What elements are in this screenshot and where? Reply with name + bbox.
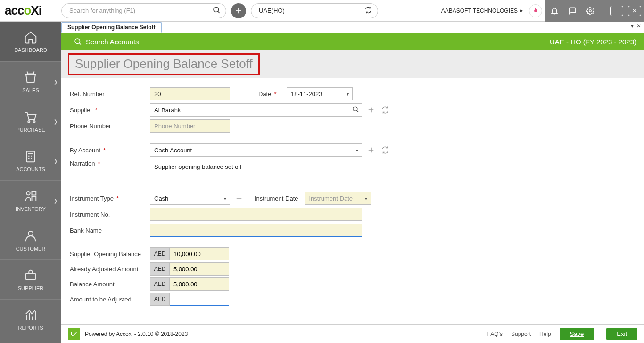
label-instrument-date: Instrument Date (255, 195, 298, 202)
add-instrument-type-button[interactable] (234, 193, 244, 203)
powered-by-text: Powered by Accoxi - 2.0.10 © 2018-2023 (85, 331, 188, 337)
sidebar: DASHBOARD SALES ❯ PURCHASE ❯ ACCOUNTS ❯ … (0, 22, 61, 343)
phone-input[interactable] (150, 119, 230, 133)
nav-accounts[interactable]: ACCOUNTS ❯ (0, 141, 61, 180)
label-date: Date* (258, 91, 287, 98)
ref-number-input[interactable] (150, 87, 230, 100)
svg-point-6 (33, 121, 35, 123)
svg-line-23 (79, 43, 81, 44)
search-icon[interactable] (352, 106, 359, 115)
top-right-cluster: AABASOFT TECHNOLOGIES ▸ (441, 0, 644, 22)
main-content: Search Accounts UAE - HO (FY 2023 - 2023… (61, 33, 644, 343)
minimize-window-button[interactable]: – (610, 6, 623, 16)
supplier-input[interactable] (150, 103, 362, 117)
nav-label: PURCHASE (16, 127, 45, 133)
page-title-highlight: Supplier Opening Balance Setoff (68, 53, 260, 75)
label-narration: Narration* (70, 160, 150, 167)
amount-to-be-adjusted-input[interactable] (170, 293, 229, 306)
nav-label: CUSTOMER (16, 246, 46, 251)
tab-menu-caret-icon[interactable]: ▾ (631, 23, 634, 29)
company-selector[interactable]: UAE(HO) (251, 3, 378, 18)
svg-point-5 (28, 121, 30, 123)
svg-point-16 (28, 231, 33, 236)
narration-textarea[interactable] (150, 160, 362, 187)
svg-rect-17 (26, 273, 35, 280)
brand-mark-icon (68, 328, 80, 340)
label-bank-name: Bank Name (70, 227, 150, 234)
close-window-button[interactable]: ✕ (628, 6, 641, 16)
nav-reports[interactable]: REPORTS (0, 299, 61, 339)
nav-label: ACCOUNTS (16, 167, 45, 172)
global-search-wrapper (61, 3, 226, 18)
already-adjusted-value (170, 262, 229, 276)
currency-code: AED (150, 293, 170, 306)
label-supplier: Supplier* (70, 107, 150, 114)
instrument-date-input[interactable] (305, 192, 371, 205)
settings-button[interactable] (584, 4, 597, 17)
refresh-supplier-button[interactable] (380, 105, 390, 115)
currency-code: AED (150, 277, 170, 291)
search-accounts-button[interactable]: Search Accounts (74, 37, 139, 46)
chevron-right-icon: ❯ (54, 198, 58, 203)
nav-purchase[interactable]: PURCHASE ❯ (0, 101, 61, 141)
label-by-account: By Account* (70, 147, 150, 154)
quick-add-button[interactable] (231, 3, 246, 18)
chat-button[interactable] (566, 4, 579, 17)
add-supplier-button[interactable] (366, 105, 376, 115)
page-title: Supplier Opening Balance Setoff (75, 57, 253, 71)
add-account-button[interactable] (366, 145, 376, 155)
context-bar: Search Accounts UAE - HO (FY 2023 - 2023… (61, 33, 644, 50)
footer-help-link[interactable]: Help (539, 331, 551, 337)
footer-support-link[interactable]: Support (511, 331, 531, 337)
svg-line-25 (357, 111, 358, 112)
currency-code: AED (150, 262, 170, 276)
instrument-type-select[interactable] (150, 192, 230, 205)
label-balance-amount: Balance Amount (70, 281, 150, 288)
tab-supplier-opening-balance-setoff[interactable]: Supplier Opening Balance Setoff (61, 22, 162, 33)
label-already-adjusted: Already Adjusted Amount (70, 266, 150, 273)
refresh-account-button[interactable] (380, 145, 390, 155)
search-accounts-label: Search Accounts (86, 38, 139, 46)
app-logo: accoXi (0, 0, 61, 22)
fiscal-context: UAE - HO (FY 2023 - 2023) (550, 38, 636, 46)
chevron-right-icon: ❯ (54, 79, 58, 84)
by-account-select[interactable] (150, 143, 362, 157)
tab-strip: Supplier Opening Balance Setoff ▾ ✕ (0, 22, 644, 33)
whats-new-button[interactable] (529, 4, 542, 17)
footer: Powered by Accoxi - 2.0.10 © 2018-2023 F… (61, 324, 644, 343)
svg-point-22 (75, 39, 80, 44)
svg-rect-15 (32, 192, 36, 195)
tab-close-icon[interactable]: ✕ (636, 23, 641, 29)
company-name: UAE(HO) (259, 7, 285, 14)
org-caret-icon[interactable]: ▸ (520, 8, 526, 14)
tab-title: Supplier Opening Balance Setoff (67, 24, 156, 31)
notifications-button[interactable] (548, 4, 561, 17)
sync-icon (364, 6, 372, 15)
nav-inventory[interactable]: INVENTORY ❯ (0, 180, 61, 220)
nav-sales[interactable]: SALES ❯ (0, 61, 61, 101)
top-bar: accoXi UAE(HO) AABASOFT TECHNOLOGIES ▸ (0, 0, 644, 22)
form-area: Ref. Number Date* ▾ Supplier* (61, 78, 644, 324)
exit-button[interactable]: Exit (606, 328, 637, 340)
label-phone: Phone Number (70, 123, 150, 130)
bank-name-input[interactable] (150, 224, 362, 237)
nav-label: INVENTORY (16, 206, 46, 212)
window-tool-strip: – ✕ (545, 0, 644, 22)
footer-faq-link[interactable]: FAQ's (487, 331, 503, 337)
instrument-no-input[interactable] (150, 208, 362, 221)
global-search-input[interactable] (61, 3, 226, 18)
logo-text: accoXi (5, 3, 41, 18)
nav-dashboard[interactable]: DASHBOARD (0, 22, 61, 61)
svg-point-13 (26, 192, 30, 195)
nav-label: REPORTS (18, 325, 43, 331)
nav-supplier[interactable]: SUPPLIER (0, 259, 61, 299)
nav-label: SUPPLIER (18, 285, 43, 291)
date-input[interactable] (287, 87, 353, 100)
save-button[interactable]: Save (560, 328, 594, 340)
nav-customer[interactable]: CUSTOMER (0, 220, 61, 259)
page-title-band: Supplier Opening Balance Setoff (61, 50, 644, 78)
chevron-right-icon: ❯ (54, 118, 58, 124)
svg-point-4 (589, 9, 592, 12)
svg-rect-7 (26, 151, 35, 162)
balance-amount-value (170, 277, 229, 291)
